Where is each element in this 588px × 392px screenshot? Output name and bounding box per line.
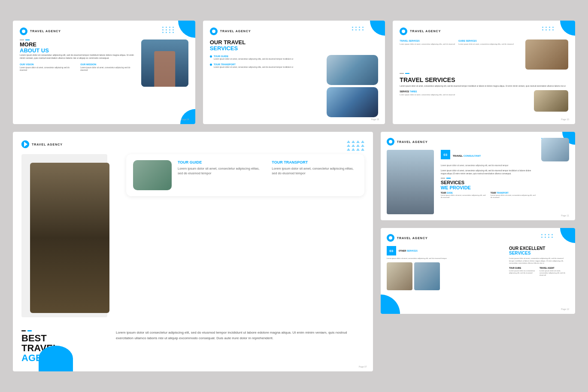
logo-icon-5: [387, 234, 394, 242]
card-photo: [133, 160, 172, 190]
service-dot: [210, 55, 212, 58]
col-guide: TOUR GUIDE Lorem ipsum dolor sit amet, c…: [178, 160, 263, 176]
dash-accent-4: [441, 178, 537, 179]
main-title: MORE ABOUT US: [20, 42, 137, 54]
vision-label: OUR VISION: [20, 63, 76, 66]
blue-corner-bottom: [180, 109, 195, 124]
slide-tour-guide-big: TRAVEL AGENCY TOUR GUIDE: [13, 132, 373, 371]
mission-item: OUR MISSION Lorem ipsum dolor sit amet, …: [80, 63, 136, 72]
slide4-left-photo: [387, 150, 434, 214]
slide3-small-photo: [534, 90, 568, 112]
slide4-long-desc: Lorem ipsum dolor sit amet, consectetur …: [441, 170, 537, 175]
slide2-photo-bottom: [327, 87, 378, 117]
page-number-2: Page 05: [371, 118, 379, 121]
logo-icon-3: [400, 27, 407, 35]
page-number-3: Page 10: [561, 118, 569, 121]
ex-service-2: TRAVEL AGENT Lorem ipsum dolor sit amet,…: [540, 267, 569, 277]
slide-about-us: TRAVEL AGENCY MORE ABOUT US Lorem ipsum …: [13, 21, 195, 125]
vision-item: OUR VISION Lorem ipsum dolor sit amet, c…: [20, 63, 76, 72]
blue-blob-bottom-left: [39, 346, 73, 371]
other-services-desc: Lorem ipsum dolor sit amet, consectetur …: [387, 257, 506, 260]
main-photo: [30, 163, 109, 313]
service-item-2: TOUR TRANSPORT Lorem ipsum dolor sit ame…: [210, 63, 323, 69]
arrows-decoration: [347, 140, 364, 151]
slide2-main-title: OUR TRAVEL SERVICES: [210, 40, 379, 52]
service-text-1: TOUR GUIDE Lorem ipsum dolor sit amet, c…: [214, 55, 293, 61]
service-item-1: TOUR GUIDE Lorem ipsum dolor sit amet, c…: [210, 55, 323, 61]
tour-guide-card: TOUR GUIDE Lorem ipsum dolor sit amet, c…: [126, 154, 364, 196]
slide2-photo-top: [327, 55, 378, 85]
slide3-agency-title: TRAVEL AGENCY: [410, 30, 441, 33]
slide5-right: OUR EXCELLENT SERVICES Lorem ipsum dolor…: [509, 246, 569, 290]
right-column: TRAVEL AGENCY 03 TRAVEL CONSULTANT: [381, 132, 575, 371]
slide-travel-services: TRAVEL AGENCY OUR TRAVEL SERVICES TOUR G…: [203, 21, 385, 125]
slide4-agency-title: TRAVEL AGENCY: [397, 140, 428, 143]
consultant-desc: Lorem ipsum dolor sit amet, consectetur …: [441, 164, 537, 167]
logo-icon-4: [387, 138, 394, 146]
slide-big-cards: TOUR GUIDE Lorem ipsum dolor sit amet, c…: [126, 154, 364, 317]
slide5-left: 03 OTHER SERVICES Lorem ipsum dolor sit …: [387, 246, 506, 290]
slide1-left: MORE ABOUT US Lorem ipsum dolor sit cons…: [20, 40, 137, 87]
page-number-4: Page 11: [561, 214, 569, 217]
dash-accent: [20, 40, 137, 40]
slide5-content: 03 OTHER SERVICES Lorem ipsum dolor sit …: [387, 246, 569, 290]
top-grid: TRAVEL AGENCY MORE ABOUT US Lorem ipsum …: [13, 21, 575, 125]
blue-blob-bl-5: [381, 295, 400, 314]
slide3-bottom: SERVICE THREE Lorem ipsum dolor sit amet…: [400, 90, 568, 112]
excellent-services-row: TOUR GUIDE Lorem ipsum dolor as consecte…: [509, 267, 569, 277]
page-number: Page 04: [181, 118, 189, 121]
slide1-main-photo: [141, 40, 188, 87]
slide5-photo-b: [414, 262, 440, 290]
service-text-2: TOUR TRANSPORT Lorem ipsum dolor sit ame…: [214, 63, 293, 69]
dots-3: [542, 27, 555, 30]
slide-travel-detailed: TRAVEL AGENCY TRAVEL SERVICES Lorem ipsu…: [393, 21, 575, 125]
mission-text: Lorem ipsum dolor sit amet, consectetur …: [80, 67, 136, 72]
bottom-dash: [21, 330, 107, 331]
logo-icon-big: [21, 140, 29, 148]
slide4-top-right-photo: [541, 138, 569, 161]
consultant-header: 03 TRAVEL CONSULTANT: [441, 150, 537, 162]
logo-icon-2: [210, 27, 218, 35]
slide-big-left-photo: [21, 154, 120, 317]
num-box-5: 03: [387, 246, 396, 255]
service-dot-2: [210, 64, 212, 66]
slide-services-provide: TRAVEL AGENCY 03 TRAVEL CONSULTANT: [381, 132, 575, 220]
slide-big-header: TRAVEL AGENCY: [21, 140, 364, 148]
mini-services: TOUR GUIDE Lorem ipsum dolor sit amet, c…: [441, 192, 537, 198]
card-content: TOUR GUIDE Lorem ipsum dolor sit amet, c…: [178, 160, 358, 176]
num-box-4: 03: [441, 150, 450, 159]
slide3-top-left: TRAVEL SERVICES Lorem ipsum dolor sit am…: [400, 40, 522, 70]
slide2-services: TOUR GUIDE Lorem ipsum dolor sit amet, c…: [210, 55, 323, 117]
slide2-content: TOUR GUIDE Lorem ipsum dolor sit amet, c…: [210, 55, 379, 117]
slide-big-agency-title: TRAVEL AGENCY: [32, 143, 63, 146]
slide5-photo-a: [387, 262, 412, 290]
ex-service-1: TOUR GUIDE Lorem ipsum dolor as consecte…: [509, 267, 536, 277]
bottom-grid: TRAVEL AGENCY TOUR GUIDE: [13, 132, 575, 371]
excellent-title: OUR EXCELLENT SERVICES: [509, 246, 569, 255]
slide1-agency-title: TRAVEL AGENCY: [30, 30, 61, 33]
dash-accent-3: [400, 73, 568, 74]
service-col-2: GUIDE SERVICES Lorem ipsum dolor sit ame…: [458, 40, 514, 46]
other-services-header: 03 OTHER SERVICES: [387, 246, 506, 255]
slide1-main: MORE ABOUT US Lorem ipsum dolor sit cons…: [20, 40, 188, 87]
slide2-agency-title: TRAVEL AGENCY: [220, 30, 251, 33]
slide3-photo: [525, 40, 568, 70]
slide1-right: [141, 40, 188, 87]
slide3-big-title: TRAVEL SERVICES: [400, 76, 568, 83]
best-travel-desc: Lorem ipsum dolor sit consectetur adipis…: [116, 330, 364, 341]
service-col-1: TRAVEL SERVICES Lorem ipsum dolor sit am…: [400, 40, 455, 46]
mini-service-2: TOUR TRANSPORT Lorem ipsum dolor sit ame…: [491, 192, 537, 198]
mission-label: OUR MISSION: [80, 63, 136, 66]
services-provide-title: SERVICES WE PROVIDE: [441, 180, 537, 190]
slide5-agency-title: TRAVEL AGENCY: [397, 237, 428, 240]
page-number-big: Page 07: [359, 365, 367, 368]
vision-text: Lorem ipsum dolor sit amet, consectetur …: [20, 67, 76, 72]
blue-corner-top: [178, 21, 195, 38]
slide-excellent-services: TRAVEL AGENCY 03 OTHER SERVICES Lorem ip…: [381, 228, 575, 314]
dots-decoration: [162, 27, 175, 33]
slide-big-content: TOUR GUIDE Lorem ipsum dolor sit amet, c…: [21, 154, 364, 317]
mini-service-1: TOUR GUIDE Lorem ipsum dolor sit amet, c…: [441, 192, 487, 198]
dots-5: [541, 234, 554, 238]
photos-row: [387, 262, 506, 290]
service-three-area: SERVICE THREE Lorem ipsum dolor sit amet…: [400, 90, 530, 112]
